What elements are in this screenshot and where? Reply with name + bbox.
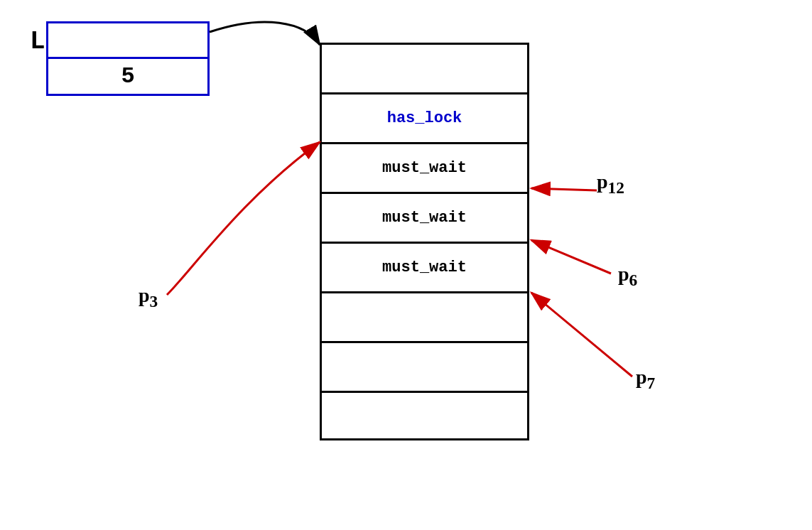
arrow-lock-to-table: [210, 22, 320, 45]
table-cell-must-wait-2: must_wait: [320, 192, 529, 242]
table-cell-7: [320, 391, 529, 440]
lock-value: 5: [121, 63, 134, 90]
table-cell-must-wait-1: must_wait: [320, 142, 529, 192]
must-wait-text-2: must_wait: [382, 209, 467, 227]
process-label-p6: p6: [618, 263, 637, 290]
process-label-p12: p12: [597, 171, 624, 198]
process-label-p3: p3: [139, 284, 158, 311]
lock-box-header: [48, 23, 207, 59]
table-cell-has-lock: has_lock: [320, 92, 529, 142]
table-cell-6: [320, 341, 529, 391]
lock-box-body: 5: [48, 59, 207, 94]
has-lock-text: has_lock: [387, 109, 462, 127]
main-table: has_lock must_wait must_wait must_wait: [320, 43, 529, 440]
arrow-p12-to-must-wait-1: [531, 188, 597, 190]
lock-box: 5: [46, 21, 210, 96]
label-l: L: [30, 27, 45, 56]
must-wait-text-1: must_wait: [382, 159, 467, 177]
arrow-p7-to-must-wait-3: [531, 293, 632, 377]
table-cell-5: [320, 291, 529, 341]
table-cell-must-wait-3: must_wait: [320, 242, 529, 291]
table-cell-0: [320, 43, 529, 92]
arrow-p6-to-must-wait-2: [531, 240, 611, 274]
must-wait-text-3: must_wait: [382, 259, 467, 276]
arrow-p3-to-has-lock: [167, 142, 320, 295]
process-label-p7: p7: [636, 366, 655, 393]
